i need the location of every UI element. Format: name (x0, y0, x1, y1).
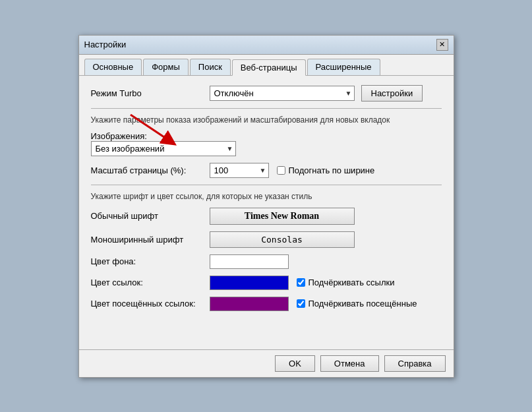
turbo-label: Режим Turbo (91, 88, 210, 98)
visited-underline-wrapper: Подчёркивать посещённые (297, 299, 417, 309)
normal-font-button[interactable]: Times New Roman (210, 208, 355, 225)
link-color-swatch[interactable] (210, 276, 289, 290)
zoom-label: Масштаб страницы (%): (91, 165, 210, 175)
dialog-footer: OK Отмена Справка (79, 349, 454, 377)
bg-color-label: Цвет фона: (91, 256, 210, 266)
separator-2 (91, 185, 442, 185)
bg-color-row: Цвет фона: (91, 254, 442, 269)
tab-poisk[interactable]: Поиск (190, 59, 231, 75)
fit-width-wrapper: Подогнать по ширине (277, 165, 375, 175)
images-dropdown[interactable]: Без изображений Показывать все Только ке… (91, 141, 236, 156)
cancel-button[interactable]: Отмена (320, 355, 379, 372)
normal-font-row: Обычный шрифт Times New Roman (91, 208, 442, 225)
tab-advanced[interactable]: Расширенные (307, 59, 380, 75)
fit-width-checkbox[interactable] (277, 166, 285, 175)
link-underline-checkbox[interactable] (297, 278, 305, 287)
images-label: Изображения: (91, 131, 147, 141)
zoom-dropdown[interactable]: 100 75 125 150 (210, 163, 269, 178)
visited-color-row: Цвет посещённых ссылок: Подчёркивать пос… (91, 297, 442, 311)
tabs-bar: Основные Формы Поиск Веб-страницы Расшир… (79, 55, 454, 76)
normal-font-label: Обычный шрифт (91, 211, 210, 221)
fonts-hint: Укажите шрифт и цвет ссылок, для которых… (91, 192, 442, 201)
zoom-dropdown-wrapper: 100 75 125 150 ▼ (210, 163, 269, 178)
images-row: Изображения: Без изображений Показывать … (91, 131, 236, 156)
tab-web-pages[interactable]: Веб-страницы (232, 59, 306, 76)
settings-dialog: Настройки ✕ Основные Формы Поиск Веб-стр… (78, 35, 454, 378)
visited-underline-label: Подчёркивать посещённые (309, 299, 417, 309)
images-hint: Укажите параметры показа изображений и м… (91, 115, 442, 125)
title-bar: Настройки ✕ (79, 36, 454, 55)
visited-color-swatch[interactable] (210, 297, 289, 311)
help-button[interactable]: Справка (384, 355, 446, 372)
visited-color-label: Цвет посещённых ссылок: (91, 299, 210, 309)
turbo-dropdown[interactable]: Отключён Включён Авто (210, 86, 355, 101)
mono-font-label: Моноширинный шрифт (91, 235, 210, 245)
bg-color-swatch[interactable] (210, 254, 289, 269)
turbo-settings-button[interactable]: Настройки (361, 85, 423, 102)
mono-font-button[interactable]: Consolas (210, 231, 355, 248)
separator-1 (91, 108, 442, 109)
link-color-row: Цвет ссылок: Подчёркивать ссылки (91, 276, 442, 290)
tab-content: Режим Turbo Отключён Включён Авто ▼ Наст… (79, 76, 454, 349)
zoom-row: Масштаб страницы (%): 100 75 125 150 ▼ П… (91, 163, 442, 178)
turbo-row: Режим Turbo Отключён Включён Авто ▼ Наст… (91, 85, 442, 102)
link-color-label: Цвет ссылок: (91, 278, 210, 287)
link-underline-wrapper: Подчёркивать ссылки (297, 278, 395, 287)
images-dropdown-wrapper: Без изображений Показывать все Только ке… (91, 141, 236, 156)
turbo-dropdown-wrapper: Отключён Включён Авто ▼ (210, 86, 355, 101)
close-button[interactable]: ✕ (436, 39, 448, 51)
visited-underline-checkbox[interactable] (297, 299, 305, 308)
mono-font-row: Моноширинный шрифт Consolas (91, 231, 442, 248)
ok-button[interactable]: OK (275, 355, 315, 372)
link-underline-label: Подчёркивать ссылки (309, 278, 395, 287)
dialog-title: Настройки (84, 40, 127, 49)
tab-formy[interactable]: Формы (143, 59, 189, 75)
tab-osnovnye[interactable]: Основные (84, 59, 142, 75)
fit-width-label: Подогнать по ширине (289, 165, 375, 175)
